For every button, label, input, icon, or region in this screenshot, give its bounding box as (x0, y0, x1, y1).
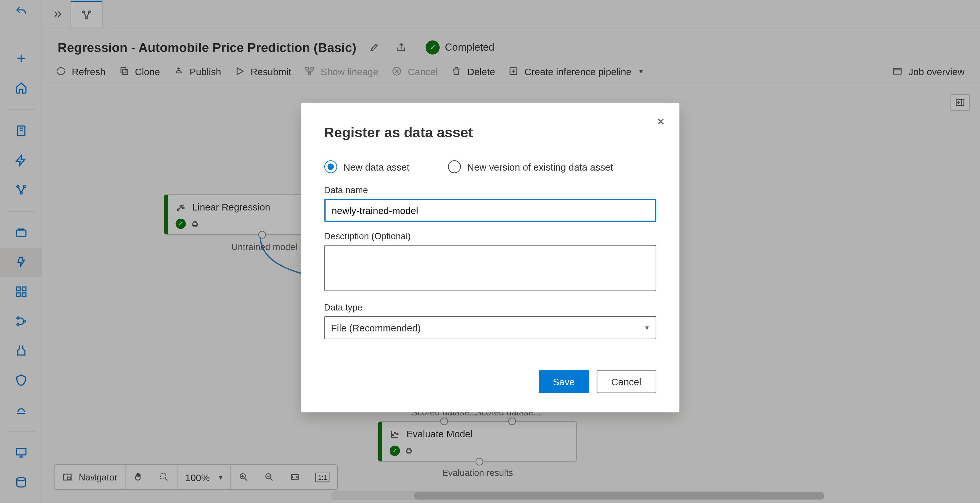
data-type-select[interactable]: File (Recommended) ▾ (324, 316, 656, 339)
radio-label: New version of existing data asset (467, 161, 613, 172)
cancel-modal-button[interactable]: Cancel (597, 370, 656, 393)
dialog-title: Register as data asset (324, 125, 656, 141)
description-label: Description (Optional) (324, 231, 656, 241)
description-input[interactable] (324, 245, 656, 291)
modal-overlay: ✕ Register as data asset New data asset … (0, 0, 980, 503)
data-type-label: Data type (324, 302, 656, 312)
data-name-label: Data name (324, 185, 656, 195)
radio-label: New data asset (343, 161, 410, 172)
radio-new-version[interactable]: New version of existing data asset (448, 160, 613, 173)
select-value: File (Recommended) (331, 322, 421, 333)
radio-new-data-asset[interactable]: New data asset (324, 160, 410, 173)
radio-icon (448, 160, 461, 173)
save-button[interactable]: Save (539, 370, 589, 393)
radio-icon (324, 160, 337, 173)
register-data-asset-dialog: ✕ Register as data asset New data asset … (301, 103, 679, 412)
close-dialog-button[interactable]: ✕ (657, 115, 665, 128)
chevron-down-icon: ▾ (645, 324, 649, 332)
data-name-input[interactable] (324, 199, 656, 222)
